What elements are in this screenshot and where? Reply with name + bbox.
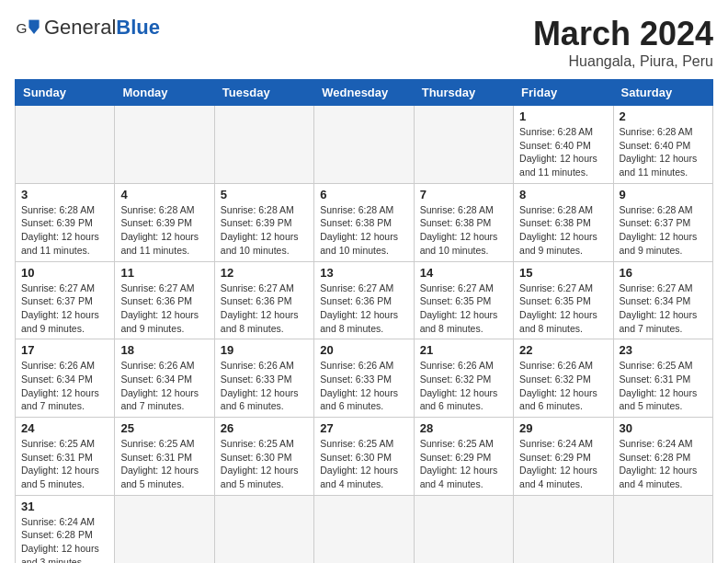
calendar-day-cell: 13Sunrise: 6:27 AM Sunset: 6:36 PM Dayli… [314,261,414,339]
calendar-day-cell: 9Sunrise: 6:28 AM Sunset: 6:37 PM Daylig… [613,183,712,261]
day-info: Sunrise: 6:28 AM Sunset: 6:39 PM Dayligh… [221,203,308,258]
calendar-subtitle: Huangala, Piura, Peru [533,53,713,70]
calendar-title: March 2024 [533,15,713,53]
calendar-week-row: 3Sunrise: 6:28 AM Sunset: 6:39 PM Daylig… [16,183,713,261]
day-number: 28 [420,421,507,435]
calendar-day-cell [314,106,414,184]
day-number: 23 [620,343,707,357]
calendar-day-cell: 16Sunrise: 6:27 AM Sunset: 6:34 PM Dayli… [613,261,712,339]
calendar-day-cell [514,495,613,563]
calendar-day-cell: 3Sunrise: 6:28 AM Sunset: 6:39 PM Daylig… [16,183,115,261]
weekday-header: Sunday [16,80,115,106]
svg-marker-2 [28,28,39,34]
day-number: 11 [120,266,208,280]
day-number: 30 [620,421,707,435]
weekday-header: Tuesday [214,80,313,106]
day-info: Sunrise: 6:26 AM Sunset: 6:32 PM Dayligh… [519,359,607,413]
day-info: Sunrise: 6:26 AM Sunset: 6:34 PM Dayligh… [21,359,108,413]
day-info: Sunrise: 6:26 AM Sunset: 6:33 PM Dayligh… [221,359,308,413]
day-number: 4 [120,188,208,201]
calendar-body: 1Sunrise: 6:28 AM Sunset: 6:40 PM Daylig… [16,106,713,564]
calendar-day-cell: 20Sunrise: 6:26 AM Sunset: 6:33 PM Dayli… [314,339,414,418]
day-number: 21 [420,343,507,357]
calendar-day-cell [214,495,313,563]
day-info: Sunrise: 6:26 AM Sunset: 6:32 PM Dayligh… [420,359,507,413]
calendar-day-cell [115,495,214,563]
calendar-day-cell: 19Sunrise: 6:26 AM Sunset: 6:33 PM Dayli… [214,339,313,418]
day-info: Sunrise: 6:28 AM Sunset: 6:39 PM Dayligh… [21,203,108,258]
day-info: Sunrise: 6:28 AM Sunset: 6:40 PM Dayligh… [620,125,707,179]
calendar-week-row: 1Sunrise: 6:28 AM Sunset: 6:40 PM Daylig… [16,106,713,184]
logo-icon: G [15,15,40,40]
day-number: 10 [21,266,108,280]
day-info: Sunrise: 6:28 AM Sunset: 6:39 PM Dayligh… [120,203,208,258]
day-info: Sunrise: 6:27 AM Sunset: 6:37 PM Dayligh… [21,282,108,336]
title-area: March 2024 Huangala, Piura, Peru [533,15,713,70]
day-number: 17 [21,343,108,357]
calendar-day-cell: 29Sunrise: 6:24 AM Sunset: 6:29 PM Dayli… [514,418,613,496]
day-info: Sunrise: 6:28 AM Sunset: 6:38 PM Dayligh… [420,203,507,258]
calendar-day-cell: 30Sunrise: 6:24 AM Sunset: 6:28 PM Dayli… [613,418,712,496]
day-number: 29 [519,421,607,435]
day-number: 7 [420,188,507,201]
day-number: 26 [221,421,308,435]
calendar-day-cell: 10Sunrise: 6:27 AM Sunset: 6:37 PM Dayli… [16,261,115,339]
day-number: 20 [320,343,407,357]
calendar-day-cell: 8Sunrise: 6:28 AM Sunset: 6:38 PM Daylig… [514,183,613,261]
calendar-day-cell: 22Sunrise: 6:26 AM Sunset: 6:32 PM Dayli… [514,339,613,418]
day-number: 18 [120,343,208,357]
weekday-row: SundayMondayTuesdayWednesdayThursdayFrid… [16,80,713,106]
calendar-day-cell: 25Sunrise: 6:25 AM Sunset: 6:31 PM Dayli… [115,418,214,496]
day-info: Sunrise: 6:26 AM Sunset: 6:34 PM Dayligh… [120,359,208,413]
calendar-day-cell: 12Sunrise: 6:27 AM Sunset: 6:36 PM Dayli… [214,261,313,339]
header: G GeneralBlue March 2024 Huangala, Piura… [15,15,713,70]
day-number: 14 [420,266,507,280]
day-info: Sunrise: 6:26 AM Sunset: 6:33 PM Dayligh… [320,359,407,413]
day-info: Sunrise: 6:24 AM Sunset: 6:28 PM Dayligh… [620,437,707,491]
day-info: Sunrise: 6:25 AM Sunset: 6:31 PM Dayligh… [620,359,707,413]
weekday-header: Saturday [613,80,712,106]
calendar-day-cell: 31Sunrise: 6:24 AM Sunset: 6:28 PM Dayli… [16,495,115,563]
calendar-week-row: 10Sunrise: 6:27 AM Sunset: 6:37 PM Dayli… [16,261,713,339]
calendar-day-cell: 11Sunrise: 6:27 AM Sunset: 6:36 PM Dayli… [115,261,214,339]
day-number: 27 [320,421,407,435]
calendar-header: SundayMondayTuesdayWednesdayThursdayFrid… [16,80,713,106]
calendar-day-cell [16,106,115,184]
calendar-day-cell: 17Sunrise: 6:26 AM Sunset: 6:34 PM Dayli… [16,339,115,418]
day-info: Sunrise: 6:25 AM Sunset: 6:30 PM Dayligh… [320,437,407,491]
calendar-day-cell: 15Sunrise: 6:27 AM Sunset: 6:35 PM Dayli… [514,261,613,339]
calendar-day-cell: 14Sunrise: 6:27 AM Sunset: 6:35 PM Dayli… [414,261,513,339]
calendar-day-cell [115,106,214,184]
calendar-day-cell: 7Sunrise: 6:28 AM Sunset: 6:38 PM Daylig… [414,183,513,261]
calendar-day-cell [414,106,513,184]
day-number: 16 [620,266,707,280]
day-number: 3 [21,188,108,201]
day-info: Sunrise: 6:24 AM Sunset: 6:28 PM Dayligh… [21,515,108,563]
svg-text:G: G [16,20,27,36]
logo: G GeneralBlue [15,15,160,40]
day-info: Sunrise: 6:25 AM Sunset: 6:31 PM Dayligh… [120,437,208,491]
day-info: Sunrise: 6:28 AM Sunset: 6:40 PM Dayligh… [519,125,607,179]
logo-text: GeneralBlue [44,16,160,40]
weekday-header: Thursday [414,80,513,106]
calendar-week-row: 24Sunrise: 6:25 AM Sunset: 6:31 PM Dayli… [16,418,713,496]
day-number: 19 [221,343,308,357]
day-info: Sunrise: 6:27 AM Sunset: 6:34 PM Dayligh… [620,282,707,336]
day-number: 2 [620,109,707,123]
day-number: 6 [320,188,407,201]
day-info: Sunrise: 6:25 AM Sunset: 6:31 PM Dayligh… [21,437,108,491]
calendar-day-cell [214,106,313,184]
calendar-day-cell: 27Sunrise: 6:25 AM Sunset: 6:30 PM Dayli… [314,418,414,496]
day-info: Sunrise: 6:27 AM Sunset: 6:35 PM Dayligh… [519,282,607,336]
day-number: 5 [221,188,308,201]
calendar-day-cell: 23Sunrise: 6:25 AM Sunset: 6:31 PM Dayli… [613,339,712,418]
calendar-table: SundayMondayTuesdayWednesdayThursdayFrid… [15,79,713,563]
weekday-header: Wednesday [314,80,414,106]
calendar-day-cell: 24Sunrise: 6:25 AM Sunset: 6:31 PM Dayli… [16,418,115,496]
calendar-day-cell [613,495,712,563]
calendar-week-row: 31Sunrise: 6:24 AM Sunset: 6:28 PM Dayli… [16,495,713,563]
day-number: 25 [120,421,208,435]
day-number: 22 [519,343,607,357]
day-info: Sunrise: 6:25 AM Sunset: 6:29 PM Dayligh… [420,437,507,491]
day-number: 15 [519,266,607,280]
